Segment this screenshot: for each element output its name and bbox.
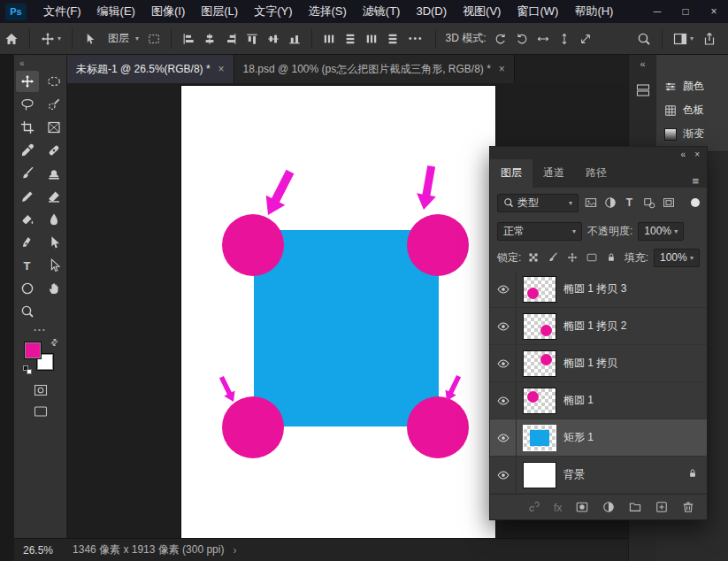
layer-row[interactable]: 椭圆 1 [490,382,707,419]
filter-smart-objects-button[interactable] [661,196,676,209]
layer-row[interactable]: 椭圆 1 拷贝 [490,345,707,382]
gradients-panel-button[interactable]: 渐变 [656,122,728,146]
menu-layer[interactable]: 图层(L) [193,0,246,23]
workspace-switcher[interactable]: ▾ [669,32,698,46]
3d-pan-button[interactable] [533,33,554,45]
quick-selection-tool[interactable] [42,94,65,115]
tab-channels[interactable]: 通道 [533,159,575,188]
pen-tool[interactable] [16,232,39,253]
type-tool[interactable]: T [16,255,39,276]
tab-close-icon[interactable]: × [218,63,225,75]
menu-edit[interactable]: 编辑(E) [89,0,143,23]
gradient-tool[interactable] [16,209,39,230]
document-canvas[interactable] [181,86,495,538]
layer-row-selected[interactable]: 矩形 1 [490,419,707,457]
3d-slide-button[interactable] [554,33,575,45]
layer-name[interactable]: 矩形 1 [563,430,594,445]
align-top-button[interactable] [241,33,263,45]
blur-tool[interactable] [42,209,65,230]
new-layer-button[interactable] [655,501,668,516]
filter-pixel-layers-button[interactable] [583,196,598,209]
search-button[interactable] [632,32,655,46]
layer-name[interactable]: 椭圆 1 拷贝 2 [563,319,626,334]
dock-expand-icon[interactable]: « [640,58,645,69]
align-bottom-button[interactable] [284,33,305,45]
menu-view[interactable]: 视图(V) [455,0,509,23]
swatches-panel-button[interactable]: 色板 [656,98,728,122]
visibility-toggle[interactable] [490,271,517,307]
foreground-color-swatch[interactable] [24,342,42,359]
menu-image[interactable]: 图像(I) [143,0,193,23]
tools-collapse-icon[interactable]: « [19,58,25,68]
default-colors-icon[interactable] [23,365,32,374]
zoom-tool[interactable] [16,301,39,322]
filter-adjustment-layers-button[interactable] [602,196,617,209]
tab-close-icon[interactable]: × [499,63,505,75]
hand-tool[interactable] [42,278,65,299]
layer-thumbnail[interactable] [524,463,556,488]
zoom-level-field[interactable]: 26.5% [23,544,53,557]
layer-style-button[interactable]: fx [554,502,562,514]
more-options-button[interactable]: ••• [403,34,429,43]
menu-window[interactable]: 窗口(W) [509,0,566,23]
panel-menu-icon[interactable]: ≡ [692,174,707,188]
lock-all-button[interactable] [604,252,618,263]
layer-row[interactable]: 椭圆 1 拷贝 2 [490,308,707,345]
layer-thumbnail[interactable] [524,426,556,450]
lock-artboard-button[interactable] [585,252,599,263]
filter-on-off-toggle[interactable] [691,198,700,207]
maximize-button[interactable]: □ [671,0,700,23]
visibility-toggle[interactable] [490,419,517,456]
move-tool[interactable] [16,71,39,92]
menu-help[interactable]: 帮助(H) [566,0,621,23]
path-selection-tool[interactable] [42,232,65,253]
swap-colors-icon[interactable]: ⇄ [48,336,60,349]
lock-position-button[interactable] [565,252,579,263]
show-transform-controls-toggle[interactable] [143,33,165,45]
screen-mode-button[interactable] [34,404,48,419]
distribute-spacing-h-button[interactable] [361,33,382,45]
add-layer-mask-button[interactable] [576,501,588,516]
blend-mode-dropdown[interactable]: 正常 ▾ [497,222,582,241]
menu-select[interactable]: 选择(S) [300,0,354,23]
filter-type-layers-button[interactable]: T [622,196,637,209]
clone-stamp-tool[interactable] [42,163,65,184]
history-brush-tool[interactable] [16,186,39,207]
frame-tool[interactable] [42,117,65,138]
new-adjustment-layer-button[interactable] [602,501,615,516]
direct-selection-tool[interactable] [42,255,65,276]
visibility-toggle[interactable] [490,345,517,381]
3d-scale-button[interactable] [575,33,596,45]
brush-tool[interactable] [16,163,39,184]
close-button[interactable]: × [700,0,728,23]
document-tab-inactive[interactable]: 18.psd @ 100% (ps怎么把图片截成三角形, RGB/8) * × [234,55,515,83]
home-button[interactable] [0,32,23,46]
distribute-horizontal-button[interactable] [318,33,340,45]
minimize-button[interactable]: ─ [643,0,671,23]
healing-brush-tool[interactable] [42,140,65,161]
lock-transparent-pixels-button[interactable] [526,252,540,263]
visibility-toggle[interactable] [490,308,517,344]
menu-type[interactable]: 文字(Y) [246,0,300,23]
eyedropper-tool[interactable] [16,140,39,161]
align-middle-button[interactable] [263,33,284,45]
delete-layer-button[interactable] [682,501,694,516]
lasso-tool[interactable] [16,94,39,115]
filter-type-dropdown[interactable]: 类型 ▾ [497,194,579,212]
tab-layers[interactable]: 图层 [490,159,533,188]
align-left-button[interactable] [178,33,199,45]
menu-3d[interactable]: 3D(D) [408,0,455,23]
ellipse-shape-tool[interactable] [16,278,39,299]
color-panel-button[interactable]: 颜色 [656,74,728,98]
layer-thumbnail[interactable] [524,388,556,413]
layer-row[interactable]: 椭圆 1 拷贝 3 [490,271,707,308]
background-lock-icon[interactable] [687,468,698,481]
status-options-icon[interactable]: › [233,544,236,557]
collapsed-panels-button[interactable] [636,83,650,97]
link-layers-button[interactable] [527,501,540,516]
crop-tool[interactable] [16,117,39,138]
layer-row-background[interactable]: 背景 [490,457,707,494]
eraser-tool[interactable] [42,186,65,207]
fill-dropdown[interactable]: 100% ▾ [654,249,700,267]
3d-roll-button[interactable] [511,33,533,45]
